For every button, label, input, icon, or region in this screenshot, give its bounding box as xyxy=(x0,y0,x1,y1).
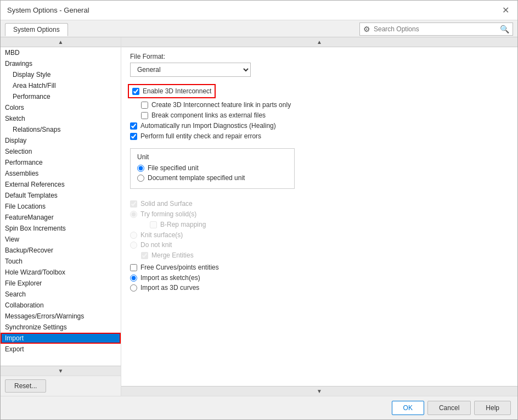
sidebar-item-area-hatch-fill[interactable]: Area Hatch/Fill xyxy=(1,80,121,91)
sidebar-item-backup-recover[interactable]: Backup/Recover xyxy=(1,245,121,256)
sidebar-scroll: MBDDrawingsDisplay StyleArea Hatch/FillP… xyxy=(1,47,121,366)
file-format-dropdown[interactable]: General xyxy=(130,63,251,77)
sidebar-item-file-explorer[interactable]: File Explorer xyxy=(1,278,121,289)
sidebar-item-synchronize-settings[interactable]: Synchronize Settings xyxy=(1,322,121,333)
sidebar-scroll-down[interactable]: ▼ xyxy=(1,366,121,376)
sidebar-item-import[interactable]: Import xyxy=(1,333,121,344)
sub-option-label-0: Try forming solid(s) xyxy=(140,210,196,218)
radio-r1[interactable] xyxy=(137,165,144,172)
right-panel-scroll-up[interactable]: ▲ xyxy=(121,37,517,47)
import-radio-ir1[interactable] xyxy=(130,275,137,282)
sidebar-item-relations-snaps[interactable]: Relations/Snaps xyxy=(1,124,121,135)
sidebar-item-default-templates[interactable]: Default Templates xyxy=(1,190,121,201)
checkbox-label-cb3: Break component links as external files xyxy=(151,111,266,119)
file-format-label: File Format: xyxy=(130,53,509,60)
free-curves-checkbox[interactable] xyxy=(130,264,137,271)
unit-group: Unit File specified unitDocument templat… xyxy=(130,148,295,189)
radio-row-r2: Document template specified unit xyxy=(137,174,288,182)
sub-option-1: B-Rep mapping xyxy=(150,221,509,228)
ok-button[interactable]: OK xyxy=(392,401,424,415)
sidebar-scroll-up[interactable]: ▲ xyxy=(1,37,121,47)
sidebar-item-messages-errors-warnings[interactable]: Messages/Errors/Warnings xyxy=(1,311,121,322)
import-radio-row-ir2: Import as 3D curves xyxy=(130,284,509,292)
checkbox-cb1[interactable] xyxy=(132,88,139,95)
sidebar-item-performance[interactable]: Performance xyxy=(1,157,121,168)
solid-surface-checkbox[interactable] xyxy=(130,200,137,208)
solid-surface-section: Solid and Surface Try forming solid(s)B-… xyxy=(130,200,509,259)
checkbox-row-cb2: Create 3D Interconnect feature link in p… xyxy=(141,101,509,109)
sidebar-item-file-locations[interactable]: File Locations xyxy=(1,201,121,212)
close-button[interactable]: ✕ xyxy=(500,5,511,16)
tab-system-options[interactable]: System Options xyxy=(5,23,68,36)
dialog-footer: OK Cancel Help xyxy=(1,396,517,419)
checkbox-cb5[interactable] xyxy=(130,133,137,140)
sidebar-item-display-style[interactable]: Display Style xyxy=(1,69,121,80)
search-button[interactable]: 🔍 xyxy=(500,25,509,33)
sub-option-input-3[interactable] xyxy=(130,242,137,249)
solid-surface-label: Solid and Surface xyxy=(140,200,193,208)
sidebar-item-mbd[interactable]: MBD xyxy=(1,47,121,58)
dropdown-container: General xyxy=(130,63,509,77)
sub-option-input-1[interactable] xyxy=(150,221,157,228)
search-input[interactable] xyxy=(374,25,500,33)
checkbox-row-cb5: Perform full entity check and repair err… xyxy=(130,132,509,140)
sidebar-item-hole-wizard-toolbox[interactable]: Hole Wizard/Toolbox xyxy=(1,267,121,278)
right-panel-content: File Format: General Enable 3D Interconn… xyxy=(121,47,517,386)
import-radio-label-ir1: Import as sketch(es) xyxy=(140,274,200,282)
sidebar-item-search[interactable]: Search xyxy=(1,289,121,300)
checkbox-cb2[interactable] xyxy=(141,102,148,109)
import-radio-ir2[interactable] xyxy=(130,284,137,292)
sidebar-item-sketch[interactable]: Sketch xyxy=(1,113,121,124)
solid-surface-checkbox-row: Solid and Surface xyxy=(130,200,509,208)
checkbox-label-cb5: Perform full entity check and repair err… xyxy=(140,132,261,140)
sidebar-item-external-references[interactable]: External References xyxy=(1,179,121,190)
dialog-title: System Options - General xyxy=(7,6,89,14)
sidebar-item-assemblies[interactable]: Assemblies xyxy=(1,168,121,179)
sub-option-4: Merge Entities xyxy=(141,251,509,259)
sub-option-0: Try forming solid(s) xyxy=(130,210,509,218)
sub-option-input-4[interactable] xyxy=(141,252,148,259)
sub-option-2: Knit surface(s) xyxy=(130,231,509,239)
unit-label: Unit xyxy=(137,153,288,161)
sub-option-label-1: B-Rep mapping xyxy=(160,221,206,228)
sidebar-item-selection[interactable]: Selection xyxy=(1,146,121,157)
sidebar-item-touch[interactable]: Touch xyxy=(1,256,121,267)
import-radio-label-ir2: Import as 3D curves xyxy=(140,284,199,292)
radios-container: File specified unitDocument template spe… xyxy=(137,164,288,182)
sidebar-item-display[interactable]: Display xyxy=(1,135,121,146)
sidebar-item-view[interactable]: View xyxy=(1,234,121,245)
sub-option-label-2: Knit surface(s) xyxy=(140,231,183,239)
sidebar-item-spin-box-increments[interactable]: Spin Box Increments xyxy=(1,223,121,234)
sidebar-item-performance[interactable]: Performance xyxy=(1,91,121,102)
right-panel: ▲ File Format: General Enable 3D Interco… xyxy=(121,37,517,396)
reset-button[interactable]: Reset... xyxy=(5,379,46,393)
sub-option-3: Do not knit xyxy=(130,241,509,249)
cancel-button[interactable]: Cancel xyxy=(427,401,471,415)
sidebar-item-export[interactable]: Export xyxy=(1,344,121,355)
free-curves-section: Free Curves/points entities Import as sk… xyxy=(130,264,509,292)
radio-label-r1: File specified unit xyxy=(148,164,199,172)
sidebar-item-collaboration[interactable]: Collaboration xyxy=(1,300,121,311)
checkbox-label-cb1: Enable 3D Interconnect xyxy=(143,87,211,95)
checkbox-cb4[interactable] xyxy=(130,122,137,130)
free-curves-checkbox-row: Free Curves/points entities xyxy=(130,264,509,271)
checkbox-row-cb3: Break component links as external files xyxy=(141,111,509,119)
radio-r2[interactable] xyxy=(137,175,144,182)
search-box: ⚙ 🔍 xyxy=(359,23,513,36)
help-button[interactable]: Help xyxy=(474,401,511,415)
sidebar: ▲ MBDDrawingsDisplay StyleArea Hatch/Fil… xyxy=(1,37,121,396)
sidebar-item-colors[interactable]: Colors xyxy=(1,102,121,113)
sidebar-item-drawings[interactable]: Drawings xyxy=(1,58,121,69)
right-panel-scroll-down[interactable]: ▼ xyxy=(121,386,517,396)
sidebar-item-featuremanager[interactable]: FeatureManager xyxy=(1,212,121,223)
title-bar: System Options - General ✕ xyxy=(1,1,517,20)
checkbox-cb3[interactable] xyxy=(141,112,148,119)
sub-option-label-3: Do not knit xyxy=(140,241,172,249)
sub-option-input-2[interactable] xyxy=(130,232,137,239)
main-content: ▲ MBDDrawingsDisplay StyleArea Hatch/Fil… xyxy=(1,37,517,396)
sub-option-input-0[interactable] xyxy=(130,211,137,218)
import-radio-row-ir1: Import as sketch(es) xyxy=(130,274,509,282)
free-curves-label: Free Curves/points entities xyxy=(140,264,219,271)
system-options-dialog: System Options - General ✕ System Option… xyxy=(0,0,518,420)
checkbox-row-cb1: Enable 3D Interconnect xyxy=(130,86,213,96)
